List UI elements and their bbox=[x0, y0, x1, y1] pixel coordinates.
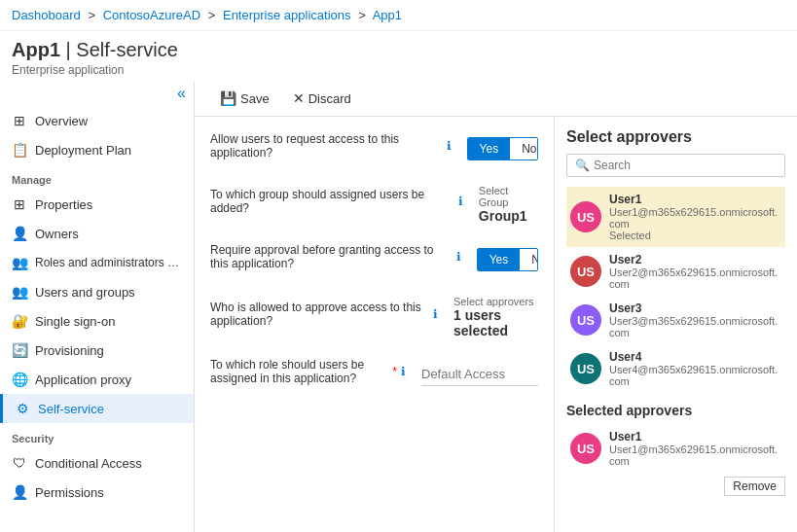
content-area: Allow users to request access to this ap… bbox=[195, 117, 797, 532]
remove-button[interactable]: Remove bbox=[724, 477, 785, 496]
group-selector[interactable]: Select Group Group1 bbox=[479, 185, 538, 224]
sidebar-item-single-sign-on[interactable]: 🔐 Single sign-on bbox=[0, 306, 194, 336]
group-info-icon[interactable]: ℹ bbox=[458, 195, 463, 208]
discard-label: Discard bbox=[308, 91, 351, 106]
toolbar: 💾 Save ✕ Discard bbox=[195, 81, 797, 117]
require-approval-info-icon[interactable]: ℹ bbox=[456, 250, 461, 264]
sidebar-item-permissions[interactable]: 👤 Permissions bbox=[0, 478, 194, 507]
toggle-yes-button[interactable]: Yes bbox=[468, 138, 511, 160]
discard-button[interactable]: ✕ Discard bbox=[283, 87, 361, 110]
breadcrumb-dashboard[interactable]: Dashoboard bbox=[12, 8, 81, 22]
user4-info: User4 User4@m365x629615.onmicrosoft.com bbox=[609, 350, 781, 387]
sidebar-item-overview[interactable]: ⊞ Overview bbox=[0, 106, 194, 135]
user2-info: User2 User2@m365x629615.onmicrosoft.com bbox=[609, 253, 781, 290]
users-groups-icon: 👥 bbox=[12, 284, 27, 300]
self-service-icon: ⚙ bbox=[15, 401, 30, 416]
app-title: App1 | Self-service bbox=[12, 39, 785, 61]
breadcrumb-enterprise-apps[interactable]: Enterprise applications bbox=[223, 8, 351, 22]
role-input[interactable] bbox=[421, 363, 538, 386]
app-header: App1 | Self-service Enterprise applicati… bbox=[0, 31, 797, 81]
user-item-user2[interactable]: US User2 User2@m365x629615.onmicrosoft.c… bbox=[566, 247, 785, 296]
require-approval-label: Require approval before granting access … bbox=[210, 243, 461, 270]
sidebar-item-users-groups[interactable]: 👥 Users and groups bbox=[0, 277, 194, 306]
allow-request-toggle[interactable]: Yes No bbox=[467, 137, 538, 160]
allow-request-info-icon[interactable]: ℹ bbox=[447, 139, 452, 153]
allow-request-label: Allow users to request access to this ap… bbox=[210, 132, 452, 160]
form-section: Allow users to request access to this ap… bbox=[195, 117, 554, 532]
app-proxy-icon: 🌐 bbox=[12, 372, 27, 387]
sidebar-item-label: Permissions bbox=[35, 485, 104, 500]
require-approval-toggle[interactable]: Yes No bbox=[477, 248, 538, 271]
approvers-label: Who is allowed to approve access to this… bbox=[210, 301, 438, 328]
group-label: To which group should assigned users be … bbox=[210, 188, 463, 215]
collapse-button[interactable]: « bbox=[0, 81, 194, 106]
sidebar-item-label: Deployment Plan bbox=[35, 143, 131, 158]
sidebar-item-deployment-plan[interactable]: 📋 Deployment Plan bbox=[0, 135, 194, 164]
user-item-user3[interactable]: US User3 User3@m365x629615.onmicrosoft.c… bbox=[566, 296, 785, 344]
selected-user1-email: User1@m365x629615.onmicrosoft.com bbox=[609, 443, 781, 467]
sidebar-item-app-proxy[interactable]: 🌐 Application proxy bbox=[0, 365, 194, 394]
permissions-icon: 👤 bbox=[12, 484, 27, 500]
sidebar-item-label: Application proxy bbox=[35, 372, 131, 387]
form-row-role: To which role should users be assigned i… bbox=[210, 358, 538, 391]
user2-email: User2@m365x629615.onmicrosoft.com bbox=[609, 266, 781, 290]
manage-section-label: Manage bbox=[0, 164, 194, 190]
user3-info: User3 User3@m365x629615.onmicrosoft.com bbox=[609, 301, 781, 338]
approval-toggle-no-button[interactable]: No bbox=[520, 249, 538, 270]
form-row-group: To which group should assigned users be … bbox=[210, 185, 538, 224]
user-item-user4[interactable]: US User4 User4@m365x629615.onmicrosoft.c… bbox=[566, 344, 785, 393]
sidebar-item-label: Conditional Access bbox=[35, 456, 142, 471]
save-label: Save bbox=[240, 91, 270, 106]
selected-user1-info: User1 User1@m365x629615.onmicrosoft.com bbox=[609, 430, 781, 467]
deployment-plan-icon: 📋 bbox=[12, 142, 27, 158]
search-box[interactable]: 🔍 bbox=[566, 154, 785, 177]
save-icon: 💾 bbox=[220, 90, 236, 106]
selected-user1-name: User1 bbox=[609, 430, 781, 443]
sidebar-item-owners[interactable]: 👤 Owners bbox=[0, 219, 194, 248]
sidebar-item-provisioning[interactable]: 🔄 Provisioning bbox=[0, 336, 194, 365]
sidebar-item-conditional-access[interactable]: 🛡 Conditional Access bbox=[0, 448, 194, 478]
form-row-require-approval: Require approval before granting access … bbox=[210, 243, 538, 276]
sidebar-item-self-service[interactable]: ⚙ Self-service bbox=[0, 394, 194, 423]
group-value: Group1 bbox=[479, 208, 538, 224]
approval-toggle-yes-button[interactable]: Yes bbox=[478, 249, 521, 270]
sidebar-item-label: Properties bbox=[35, 197, 92, 212]
user4-avatar: US bbox=[570, 353, 601, 384]
main-content: 💾 Save ✕ Discard Allow users to request … bbox=[195, 81, 797, 532]
user3-name: User3 bbox=[609, 301, 781, 315]
sidebar-item-properties[interactable]: ⊞ Properties bbox=[0, 190, 194, 219]
search-icon: 🔍 bbox=[575, 159, 590, 172]
sidebar-item-label: Owners bbox=[35, 227, 79, 241]
approvers-count-value: 1 users selected bbox=[453, 307, 538, 338]
owners-icon: 👤 bbox=[12, 226, 27, 241]
select-approvers-label: Select approvers bbox=[453, 296, 538, 307]
approvers-info-icon[interactable]: ℹ bbox=[433, 307, 438, 321]
user-item-user1[interactable]: US User1 User1@m365x629615.onmicrosoft.c… bbox=[566, 187, 785, 247]
single-sign-on-icon: 🔐 bbox=[12, 313, 27, 329]
form-row-allow-request: Allow users to request access to this ap… bbox=[210, 132, 538, 165]
approvers-selector[interactable]: Select approvers 1 users selected bbox=[453, 296, 538, 338]
user2-avatar: US bbox=[570, 256, 601, 287]
user3-email: User3@m365x629615.onmicrosoft.com bbox=[609, 315, 781, 338]
toggle-no-button[interactable]: No bbox=[510, 138, 538, 160]
role-info-icon[interactable]: ℹ bbox=[401, 365, 406, 378]
sidebar-item-label: Provisioning bbox=[35, 343, 104, 358]
user4-email: User4@m365x629615.onmicrosoft.com bbox=[609, 364, 781, 387]
breadcrumb-app1[interactable]: App1 bbox=[373, 8, 402, 22]
breadcrumb: Dashoboard > ContosoAzureAD > Enterprise… bbox=[0, 0, 797, 31]
selected-user1-avatar: US bbox=[570, 433, 601, 464]
sidebar-item-roles[interactable]: 👥 Roles and administrators (Pre... bbox=[0, 248, 194, 277]
role-label: To which role should users be assigned i… bbox=[210, 358, 406, 385]
form-row-approvers: Who is allowed to approve access to this… bbox=[210, 296, 538, 338]
conditional-access-icon: 🛡 bbox=[12, 455, 27, 471]
selected-approvers-title: Selected approvers bbox=[566, 403, 785, 418]
breadcrumb-contoso[interactable]: ContosoAzureAD bbox=[103, 8, 200, 22]
select-group-label: Select Group bbox=[479, 185, 538, 208]
save-button[interactable]: 💾 Save bbox=[210, 87, 279, 110]
user1-name: User1 bbox=[609, 193, 781, 206]
security-section-label: Security bbox=[0, 423, 194, 448]
user3-avatar: US bbox=[570, 304, 601, 336]
sidebar: « ⊞ Overview 📋 Deployment Plan Manage ⊞ … bbox=[0, 81, 195, 532]
search-input[interactable] bbox=[594, 159, 777, 172]
roles-icon: 👥 bbox=[12, 255, 27, 270]
